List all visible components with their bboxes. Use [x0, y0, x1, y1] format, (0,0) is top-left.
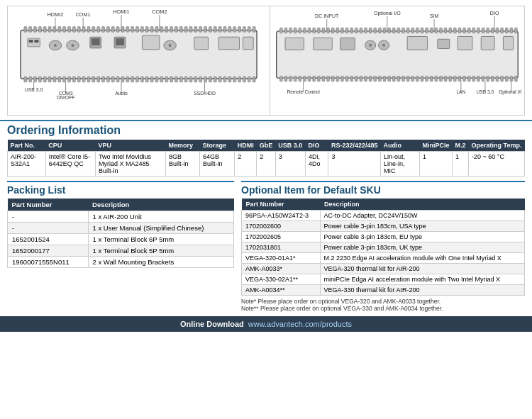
svg-rect-40: [194, 26, 197, 32]
ordering-cell-rs232: 3: [328, 152, 381, 177]
col-part-no: Part No.: [8, 140, 46, 152]
svg-rect-70: [106, 77, 109, 82]
svg-rect-219: [472, 76, 475, 82]
svg-rect-154: [406, 28, 409, 33]
svg-rect-147: [374, 28, 377, 33]
svg-rect-11: [53, 26, 56, 32]
svg-rect-158: [426, 28, 428, 33]
col-gbe: GbE: [257, 140, 276, 152]
svg-rect-174: [501, 28, 504, 33]
svg-rect-96: [233, 77, 236, 82]
ordering-cell-memory: 8GB Built-in: [165, 152, 199, 177]
svg-rect-92: [214, 77, 216, 82]
svg-rect-202: [392, 76, 395, 82]
svg-rect-152: [397, 28, 400, 33]
svg-rect-57: [43, 77, 46, 82]
ordering-cell-m2: 1: [453, 152, 469, 177]
label-dc-input: DC INPUT: [315, 13, 339, 19]
optional-row: VEGA-320-01A1*M.2 2230 Edge AI accelerat…: [242, 253, 525, 264]
svg-rect-99: [248, 77, 250, 82]
svg-rect-13: [63, 26, 66, 32]
col-storage: Storage: [200, 140, 235, 152]
svg-rect-94: [223, 77, 226, 82]
svg-rect-86: [184, 77, 187, 82]
svg-rect-129: [289, 28, 292, 33]
svg-rect-28: [136, 26, 139, 32]
optional-notes: Note* Please place order on optional VEG…: [241, 298, 525, 312]
svg-rect-146: [369, 28, 372, 33]
svg-rect-206: [411, 76, 414, 82]
packing-table: Part Number Description -1 x AIR-200 Uni…: [7, 199, 234, 268]
svg-rect-213: [444, 76, 447, 82]
svg-rect-9: [43, 26, 46, 32]
svg-rect-39: [189, 26, 192, 32]
svg-rect-187: [322, 76, 325, 82]
svg-rect-132: [304, 28, 306, 33]
svg-rect-87: [189, 77, 192, 82]
svg-rect-203: [397, 76, 400, 82]
svg-rect-61: [63, 77, 66, 82]
svg-rect-217: [463, 76, 466, 82]
packing-cell-desc: 1 x AIR-200 Unit: [88, 211, 233, 223]
ordering-row: AIR-200-S32A1Intel® Core i5-6442EQ QCTwo…: [8, 152, 525, 177]
svg-rect-180: [289, 76, 292, 82]
svg-rect-103: [35, 40, 39, 43]
packing-row: 16520015241 x Terminal Block 6P 5mm: [8, 234, 234, 245]
svg-rect-211: [435, 76, 438, 82]
svg-rect-156: [416, 28, 419, 33]
svg-rect-191: [341, 76, 344, 82]
svg-rect-48: [233, 26, 236, 32]
optional-row: 1702031801Power cable 3-pin 183cm, UK ty…: [242, 242, 525, 253]
svg-rect-51: [248, 26, 250, 32]
svg-rect-117: [243, 37, 253, 50]
diagram-right: Optional I/O DIO DC INPUT SIM: [270, 6, 524, 115]
svg-rect-91: [209, 77, 211, 82]
svg-rect-84: [174, 77, 177, 82]
svg-rect-223: [491, 76, 494, 82]
svg-rect-12: [58, 26, 61, 32]
pack-col-part: Part Number: [8, 199, 89, 211]
label-on-off: ON/OFF: [57, 95, 75, 100]
svg-rect-18: [87, 26, 90, 32]
col-vpu: VPU: [96, 140, 166, 152]
svg-rect-183: [304, 76, 306, 82]
svg-rect-27: [131, 26, 134, 32]
svg-rect-62: [68, 77, 71, 82]
svg-rect-138: [331, 28, 334, 33]
svg-rect-19: [92, 26, 95, 32]
svg-rect-53: [24, 77, 27, 82]
svg-rect-166: [463, 28, 466, 33]
svg-rect-71: [111, 77, 114, 82]
svg-rect-151: [392, 28, 395, 33]
svg-rect-185: [313, 76, 316, 82]
svg-rect-209: [426, 76, 428, 82]
optional-cell-part: 1702031801: [242, 242, 321, 253]
svg-rect-165: [458, 28, 461, 33]
svg-rect-69: [102, 77, 105, 82]
pack-col-desc: Description: [88, 199, 233, 211]
optional-row: VEGA-330-02A1**miniPCIe Edga AI accelera…: [242, 274, 525, 285]
svg-rect-144: [360, 28, 362, 33]
svg-rect-38: [184, 26, 187, 32]
ordering-cell-minipcle: 1: [420, 152, 453, 177]
svg-rect-68: [97, 77, 100, 82]
svg-rect-221: [482, 76, 484, 82]
ordering-cell-temp: -20 ~ 60 °C: [469, 152, 525, 177]
optional-cell-desc: M.2 2230 Edge AI acceleration module wit…: [320, 253, 524, 264]
svg-rect-145: [365, 28, 367, 33]
svg-rect-181: [294, 76, 297, 82]
svg-rect-222: [487, 76, 489, 82]
col-audio: Audio: [381, 140, 420, 152]
svg-rect-230: [314, 38, 332, 50]
svg-rect-85: [179, 77, 182, 82]
svg-rect-164: [453, 28, 456, 33]
label-com2: COM2: [152, 9, 167, 15]
left-diagram-svg: HDMI2 COM1 HDMI1 COM2: [11, 9, 267, 112]
svg-rect-189: [331, 76, 334, 82]
svg-rect-78: [145, 77, 148, 82]
svg-rect-8: [38, 26, 41, 32]
svg-rect-226: [505, 76, 508, 82]
optional-note: Note** Please place order on optional VE…: [241, 305, 525, 312]
svg-rect-150: [388, 28, 391, 33]
packing-row: 16520001771 x Terminal Block 5P 5mm: [8, 245, 234, 257]
